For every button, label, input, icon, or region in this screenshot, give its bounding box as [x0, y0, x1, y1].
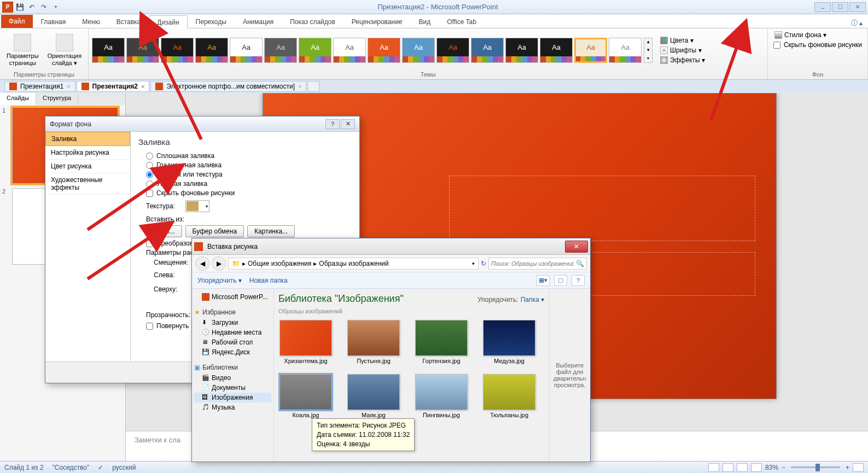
- tree-item[interactable]: 💾Яндекс.Диск: [194, 347, 271, 357]
- dialog-help-button[interactable]: ?: [325, 119, 340, 129]
- fit-button[interactable]: [853, 463, 864, 472]
- slide-orientation-button[interactable]: Ориентация слайда ▾: [44, 33, 85, 67]
- theme-thumbnail[interactable]: Aa: [195, 38, 228, 63]
- theme-thumbnail[interactable]: Aa: [540, 38, 573, 63]
- search-icon[interactable]: 🔍: [576, 260, 584, 267]
- minimize-button[interactable]: ⎽: [814, 2, 831, 12]
- fonts-button[interactable]: AШрифты ▾: [659, 46, 706, 55]
- theme-thumbnail[interactable]: Aa: [505, 38, 538, 63]
- ribbon-tab[interactable]: Дизайн: [149, 15, 187, 28]
- theme-thumbnail[interactable]: Aa: [92, 38, 125, 63]
- from-clipboard-button[interactable]: Буфер обмена: [185, 225, 244, 237]
- breadcrumb[interactable]: 📁 ▸Общие изображения▸Образцы изображений…: [228, 258, 479, 270]
- file-thumbnail[interactable]: Пингвины.jpg: [414, 374, 469, 418]
- ribbon-tab[interactable]: Рецензирование: [343, 15, 411, 28]
- theme-thumbnail[interactable]: Aa: [402, 38, 435, 63]
- fill-radio[interactable]: Рисунок или текстура: [146, 171, 352, 178]
- zoom-in-button[interactable]: +: [846, 464, 849, 471]
- file-thumbnail[interactable]: Маяк.jpg: [346, 374, 401, 418]
- file-thumbnail[interactable]: Коала.jpg: [278, 374, 333, 418]
- zoom-level[interactable]: 83%: [765, 464, 778, 471]
- tree-item[interactable]: 🎬Видео: [194, 373, 271, 383]
- fill-radio[interactable]: Узорная заливка: [146, 180, 352, 188]
- tab-close-icon[interactable]: ×: [67, 83, 70, 90]
- panel-tab[interactable]: Слайды: [0, 93, 36, 105]
- file-thumbnail[interactable]: Хризантема.jpg: [278, 320, 333, 364]
- forward-button[interactable]: ▶: [212, 256, 226, 271]
- reading-view-button[interactable]: [737, 463, 748, 472]
- search-box[interactable]: 🔍: [488, 258, 587, 270]
- organize-button[interactable]: Упорядочить ▾: [197, 277, 242, 284]
- background-styles-button[interactable]: Стили фона ▾: [773, 30, 828, 40]
- close-button[interactable]: ✕: [849, 2, 866, 12]
- preview-pane-button[interactable]: ▢: [554, 275, 567, 286]
- normal-view-button[interactable]: [708, 463, 719, 472]
- theme-thumbnail[interactable]: Aa: [230, 38, 263, 63]
- document-tab[interactable]: Презентация1×: [4, 81, 75, 92]
- tree-item[interactable]: 🖥Рабочий стол: [194, 337, 271, 347]
- undo-icon[interactable]: ↶: [26, 2, 37, 13]
- zoom-out-button[interactable]: −: [782, 464, 785, 471]
- tree-section[interactable]: ▣Библиотеки: [194, 364, 271, 371]
- help-button[interactable]: ?: [572, 275, 585, 286]
- hide-bg-graphics-checkbox[interactable]: Скрыть фоновые рисунки: [773, 41, 862, 49]
- ribbon-help-icon[interactable]: ⓘ ▴: [851, 19, 868, 28]
- theme-thumbnail[interactable]: Aa: [126, 38, 159, 63]
- page-setup-button[interactable]: Параметры страницы: [3, 33, 42, 67]
- file-thumbnail[interactable]: Медуза.jpg: [482, 320, 537, 364]
- dialog-nav-item[interactable]: Цвет рисунка: [45, 160, 130, 173]
- refresh-icon[interactable]: ↻: [481, 260, 486, 267]
- tree-item[interactable]: 🎵Музыка: [194, 402, 271, 412]
- gallery-up-icon[interactable]: ▲: [644, 38, 652, 46]
- tree-item[interactable]: ⬇Загрузки: [194, 318, 271, 328]
- arrange-dropdown[interactable]: Папка ▾: [521, 296, 544, 303]
- theme-thumbnail[interactable]: Aa: [609, 38, 642, 63]
- new-tab-button[interactable]: [307, 81, 319, 92]
- ribbon-tab[interactable]: Вставка: [108, 15, 149, 28]
- theme-thumbnail[interactable]: Aa: [333, 38, 366, 63]
- file-thumbnail[interactable]: Гортензия.jpg: [414, 320, 469, 364]
- save-icon[interactable]: 💾: [14, 2, 25, 13]
- sorter-view-button[interactable]: [723, 463, 733, 472]
- app-icon[interactable]: P: [2, 2, 13, 13]
- title-placeholder[interactable]: [449, 176, 755, 241]
- file-thumbnail[interactable]: Тюльпаны.jpg: [482, 374, 537, 418]
- fill-radio[interactable]: Сплошная заливка: [146, 152, 352, 160]
- file-dialog-titlebar[interactable]: Вставка рисунка ✕: [192, 238, 590, 255]
- ribbon-tab[interactable]: Office Tab: [439, 15, 485, 28]
- language-indicator[interactable]: русский: [112, 464, 136, 471]
- ribbon-tab[interactable]: Анимация: [235, 15, 282, 28]
- panel-tab[interactable]: Структура: [36, 93, 78, 105]
- dialog-nav-item[interactable]: Художественные эффекты: [45, 173, 130, 195]
- theme-thumbnail[interactable]: Aa: [161, 38, 194, 63]
- file-tab[interactable]: Файл: [1, 15, 33, 28]
- texture-picker[interactable]: ▾: [185, 200, 209, 212]
- view-button[interactable]: ▦▾: [537, 275, 550, 286]
- document-tab[interactable]: Презентация2×: [77, 81, 150, 92]
- ribbon-tab[interactable]: Главная: [33, 15, 74, 28]
- theme-thumbnail[interactable]: Aa: [574, 38, 607, 63]
- ribbon-tab[interactable]: Вид: [411, 15, 439, 28]
- dialog-titlebar[interactable]: Формат фона ? ✕: [45, 116, 359, 132]
- redo-icon[interactable]: ↷: [38, 2, 49, 13]
- spellcheck-icon[interactable]: ✓: [98, 464, 103, 471]
- gallery-down-icon[interactable]: ▼: [644, 46, 652, 54]
- search-input[interactable]: [491, 260, 574, 267]
- file-dialog-close-button[interactable]: ✕: [565, 241, 588, 253]
- ribbon-tab[interactable]: Меню: [74, 15, 108, 28]
- dialog-nav-item[interactable]: Настройка рисунка: [45, 146, 130, 160]
- file-thumbnail[interactable]: Пустыня.jpg: [346, 320, 401, 364]
- tree-item[interactable]: 🖼Изображения: [194, 393, 271, 402]
- slideshow-view-button[interactable]: [751, 463, 762, 472]
- tab-close-icon[interactable]: ×: [298, 83, 301, 90]
- dialog-nav-item[interactable]: Заливка: [45, 132, 130, 146]
- gallery-more-icon[interactable]: ▾: [644, 54, 652, 62]
- theme-thumbnail[interactable]: Aa: [436, 38, 469, 63]
- tree-section[interactable]: ★Избранное: [194, 308, 271, 316]
- document-tab[interactable]: Электронное портфо...им совместимости]×: [150, 81, 306, 92]
- new-folder-button[interactable]: Новая папка: [249, 277, 288, 284]
- tab-close-icon[interactable]: ×: [141, 83, 144, 90]
- tree-item[interactable]: 📄Документы: [194, 383, 271, 393]
- maximize-button[interactable]: ☐: [832, 2, 848, 12]
- fill-radio[interactable]: Градиентная заливка: [146, 161, 352, 169]
